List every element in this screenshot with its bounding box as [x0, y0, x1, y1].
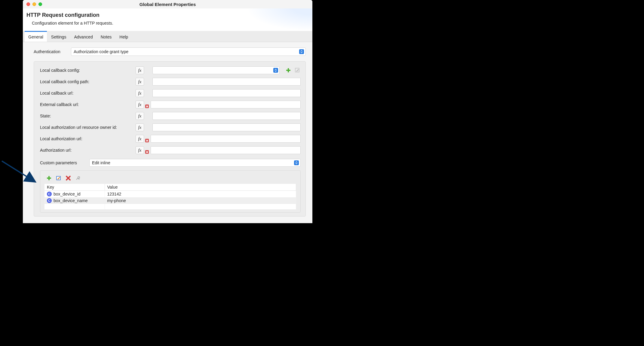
chevron-updown-icon — [299, 49, 304, 54]
table-row[interactable]: Cbox_device_name my-phone — [44, 197, 296, 204]
delete-row-icon[interactable] — [65, 175, 72, 181]
table-toolbar — [44, 175, 296, 181]
page-title: HTTP Request configuration — [26, 12, 308, 18]
row-external-callback-url: External callback url: fx ✖ — [40, 101, 301, 108]
fx-button[interactable]: fx — [136, 78, 144, 86]
titlebar: Global Element Properties — [23, 0, 312, 8]
table-row[interactable]: Cbox_device_id 123142 — [44, 191, 296, 198]
error-icon: ✖ — [145, 150, 149, 154]
error-icon: ✖ — [145, 139, 149, 142]
authentication-value: Authorization code grant type — [74, 49, 128, 54]
tab-advanced[interactable]: Advanced — [70, 31, 96, 42]
row-local-callback-config: Local callback config: fx — [40, 66, 301, 74]
cell-key: box_device_name — [54, 198, 88, 203]
local-callback-url-input[interactable] — [152, 89, 301, 97]
header-value[interactable]: Value — [105, 184, 296, 191]
cell-value: my-phone — [105, 197, 296, 204]
row-local-authorization-url: Local authorization url: fx ✖ — [40, 135, 301, 143]
row-local-callback-config-path: Local callback config path: fx — [40, 78, 301, 86]
header: HTTP Request configuration Configuration… — [23, 8, 312, 31]
custom-parameters-label: Custom parameters — [40, 160, 85, 165]
local-authorization-url-input[interactable] — [151, 135, 301, 143]
field-label: External callback url: — [40, 102, 133, 107]
external-callback-url-input[interactable] — [151, 101, 301, 108]
row-local-callback-url: Local callback url: fx — [40, 89, 301, 97]
custom-parameters-mode-select[interactable]: Edit inline — [89, 159, 301, 167]
page-subtitle: Configuration element for a HTTP request… — [32, 21, 308, 26]
tab-notes[interactable]: Notes — [97, 31, 115, 42]
field-label: Local authorization url: — [40, 136, 133, 141]
tools-icon[interactable] — [75, 175, 81, 181]
row-state: State: fx — [40, 112, 301, 120]
tab-bar: General Settings Advanced Notes Help — [23, 31, 312, 42]
content-area: Authentication Authorization code grant … — [23, 42, 312, 223]
window-title: Global Element Properties — [23, 2, 312, 7]
field-label: Local authorization url resource owner i… — [40, 125, 133, 130]
row-authorization-url: Authorization url: fx ✖ — [40, 146, 301, 154]
svg-rect-1 — [286, 70, 290, 71]
tab-settings[interactable]: Settings — [48, 31, 70, 42]
fx-button[interactable]: fx — [136, 146, 144, 154]
svg-rect-4 — [47, 178, 51, 179]
authorization-url-input[interactable] — [151, 146, 301, 154]
fx-button[interactable]: fx — [136, 101, 144, 108]
state-input[interactable] — [152, 112, 301, 120]
custom-parameters-mode-value: Edit inline — [92, 160, 110, 165]
fx-button[interactable]: fx — [136, 135, 144, 143]
field-label: Local callback config path: — [40, 79, 133, 84]
field-label: State: — [40, 114, 133, 118]
header-key[interactable]: Key — [44, 184, 105, 191]
local-callback-config-select[interactable] — [152, 66, 280, 74]
authentication-label: Authentication — [34, 49, 67, 54]
custom-parameters-table-panel: Key Value Cbox_device_id 123142 Cbox_dev… — [40, 170, 301, 213]
edit-row-icon[interactable] — [55, 175, 62, 181]
local-auth-url-owner-input[interactable] — [152, 123, 301, 131]
chevron-updown-icon — [294, 160, 299, 165]
table-spacer — [44, 204, 296, 209]
add-icon[interactable] — [285, 67, 292, 74]
callback-panel: Local callback config: fx — [34, 61, 306, 217]
field-label: Local callback config: — [40, 68, 133, 73]
tab-general[interactable]: General — [25, 31, 47, 42]
fx-button[interactable]: fx — [136, 89, 144, 97]
field-label: Authorization url: — [40, 148, 133, 153]
row-actions — [285, 67, 301, 74]
field-label: Local callback url: — [40, 91, 133, 96]
authentication-row: Authentication Authorization code grant … — [34, 47, 306, 56]
cell-key: box_device_id — [54, 192, 81, 196]
edit-icon[interactable] — [294, 67, 301, 74]
param-icon: C — [47, 198, 52, 203]
custom-parameters-table: Key Value Cbox_device_id 123142 Cbox_dev… — [44, 184, 296, 209]
authentication-select[interactable]: Authorization code grant type — [71, 47, 306, 56]
fx-button[interactable]: fx — [136, 66, 144, 74]
custom-parameters-row: Custom parameters Edit inline — [40, 159, 301, 167]
error-icon: ✖ — [145, 105, 149, 108]
fx-button[interactable]: fx — [136, 112, 144, 120]
fx-button[interactable]: fx — [136, 123, 144, 131]
tab-help[interactable]: Help — [116, 31, 132, 42]
chevron-updown-icon — [273, 68, 278, 73]
cell-value: 123142 — [105, 191, 296, 198]
local-callback-config-path-input[interactable] — [152, 78, 301, 86]
add-row-icon[interactable] — [46, 175, 52, 181]
dialog-window: Global Element Properties HTTP Request c… — [23, 0, 312, 223]
row-local-auth-url-owner: Local authorization url resource owner i… — [40, 123, 301, 131]
param-icon: C — [47, 192, 52, 196]
